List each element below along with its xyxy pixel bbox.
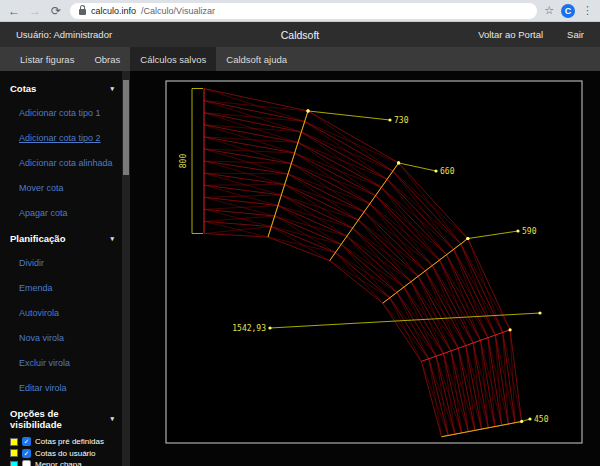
chevron-down-icon: ▾ <box>110 85 114 93</box>
color-swatch <box>10 449 18 457</box>
bookmark-star-icon[interactable]: ☆ <box>544 4 554 17</box>
section-planificacao-label: Planificação <box>10 233 65 244</box>
url-domain: calculo.info <box>91 6 136 16</box>
nav-item-caldsoft-ajuda[interactable]: Caldsoft ajuda <box>216 47 297 71</box>
checkbox[interactable]: ✓ <box>22 437 31 446</box>
toggle-cotas-pre-definidas: ✓ Cotas pré definidas <box>10 436 122 448</box>
back-to-portal-link[interactable]: Voltar ao Portal <box>478 29 543 40</box>
dim-label-450: 450 <box>534 415 549 424</box>
nav-item-obras[interactable]: Obras <box>84 47 130 71</box>
logout-link[interactable]: Sair <box>567 29 584 40</box>
link-dividir[interactable]: Dividir <box>10 250 122 275</box>
lock-icon <box>79 9 86 15</box>
drawing-frame <box>166 81 582 443</box>
link-autovirola[interactable]: Autovirola <box>10 300 122 325</box>
dim-label-590: 590 <box>522 227 537 236</box>
app-header: Usuário: Administrador Caldsoft Voltar a… <box>0 22 600 47</box>
checkbox[interactable]: ✓ <box>22 449 31 458</box>
toggle-label: Menor chapa <box>35 460 82 466</box>
address-bar[interactable]: calculo.info/Calculo/Visualizar <box>70 3 537 19</box>
color-swatch <box>10 438 18 446</box>
nav-item-calculos-salvos[interactable]: Cálculos salvos <box>130 47 216 71</box>
browser-toolbar: ← → ⟳ calculo.info/Calculo/Visualizar ☆ … <box>0 0 600 22</box>
drawing-canvas-area[interactable]: 800 730 660 590 450 1542,93 <box>130 71 600 466</box>
nav-item-listar-figuras[interactable]: Listar figuras <box>10 47 84 71</box>
dim-label-660: 660 <box>440 167 455 176</box>
chevron-down-icon: ▾ <box>110 235 114 243</box>
dim-label-800: 800 <box>179 154 188 169</box>
app-nav: Listar figuras Obras Cálculos salvos Cal… <box>0 47 600 71</box>
link-adicionar-cota-alinhada[interactable]: Adicionar cota alinhada <box>10 150 122 175</box>
link-adicionar-cota-tipo-2[interactable]: Adicionar cota tipo 2 <box>10 125 122 150</box>
dim-label-730: 730 <box>394 116 409 125</box>
link-adicionar-cota-tipo-1[interactable]: Adicionar cota tipo 1 <box>10 100 122 125</box>
chevron-down-icon: ▾ <box>110 415 114 423</box>
section-planificacao[interactable]: Planificação ▾ <box>10 227 122 250</box>
link-emenda[interactable]: Emenda <box>10 275 122 300</box>
toggle-cotas-do-usuario: ✓ Cotas do usuário <box>10 448 122 460</box>
link-editar-virola[interactable]: Editar virola <box>10 375 122 400</box>
toggle-menor-chapa: Menor chapa <box>10 459 122 466</box>
profile-avatar[interactable]: C <box>561 4 575 18</box>
section-opcoes-visibilidade[interactable]: Opções de visibilidade ▾ <box>10 402 122 436</box>
section-cotas[interactable]: Cotas ▾ <box>10 77 122 100</box>
link-apagar-cota[interactable]: Apagar cota <box>10 200 122 225</box>
section-opcoes-label: Opções de visibilidade <box>10 408 110 430</box>
color-swatch <box>10 461 18 466</box>
checkbox[interactable] <box>22 460 31 466</box>
sidebar-scrollbar[interactable] <box>122 71 130 466</box>
link-nova-virola[interactable]: Nova virola <box>10 325 122 350</box>
toggle-label: Cotas do usuário <box>35 449 95 458</box>
scrollbar-thumb[interactable] <box>123 80 129 175</box>
forward-icon[interactable]: → <box>28 0 42 22</box>
reload-icon[interactable]: ⟳ <box>49 0 63 22</box>
back-icon[interactable]: ← <box>7 0 21 22</box>
cad-drawing[interactable]: 800 730 660 590 450 1542,93 <box>130 71 600 466</box>
link-mover-cota[interactable]: Mover cota <box>10 175 122 200</box>
url-path: /Calculo/Visualizar <box>141 6 215 16</box>
toggle-label: Cotas pré definidas <box>35 437 104 446</box>
tools-sidebar: Cotas ▾ Adicionar cota tipo 1 Adicionar … <box>0 71 122 466</box>
dim-label-overall: 1542,93 <box>232 324 266 333</box>
link-excluir-virola[interactable]: Excluir virola <box>10 350 122 375</box>
browser-menu-icon[interactable]: ⋮ <box>582 4 593 17</box>
section-cotas-label: Cotas <box>10 83 36 94</box>
